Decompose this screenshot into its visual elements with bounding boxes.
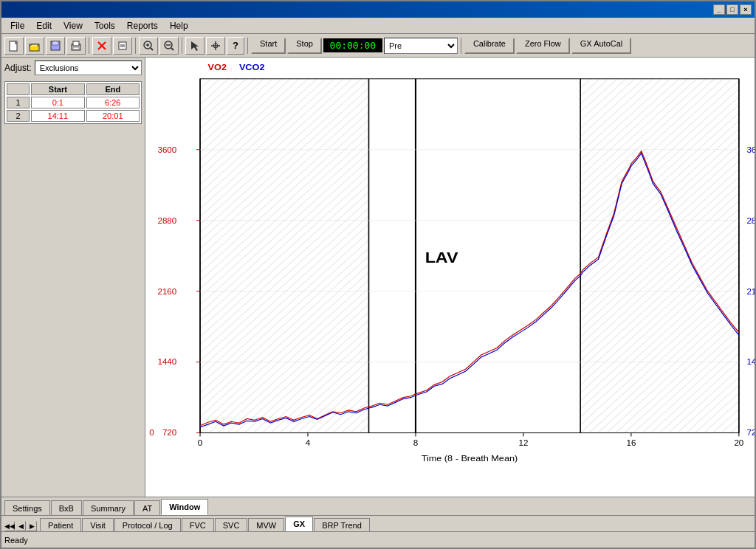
sep4: [247, 38, 248, 54]
menu-view[interactable]: View: [58, 19, 89, 32]
svg-text:Time (8 - Breath Mean): Time (8 - Breath Mean): [422, 454, 518, 463]
select-button[interactable]: [185, 37, 205, 55]
svg-text:2880: 2880: [746, 216, 755, 224]
main-content: Adjust: Exclusions Start End 1 0:1 6:26 …: [1, 58, 755, 497]
minimize-button[interactable]: _: [713, 4, 725, 15]
nav-first-button[interactable]: ◀◀: [4, 521, 15, 531]
delete-button[interactable]: [92, 37, 111, 55]
menu-reports[interactable]: Reports: [121, 19, 164, 32]
maximize-button[interactable]: □: [726, 4, 738, 15]
phase-select[interactable]: Pre Post Exercise: [384, 38, 458, 54]
svg-text:VCO2: VCO2: [239, 63, 265, 72]
toolbar: ? Start Stop 00:00:00 Pre Post Exercise …: [1, 34, 755, 58]
timer-display: 00:00:00: [323, 38, 382, 52]
svg-text:0: 0: [149, 429, 154, 437]
menu-file[interactable]: File: [4, 19, 30, 32]
menu-bar: File Edit View Tools Reports Help: [1, 18, 755, 34]
svg-rect-26: [580, 79, 739, 433]
tab-settings[interactable]: Settings: [4, 500, 50, 515]
nav-arrows: ◀◀ ◀ ▶: [4, 521, 37, 531]
sep2: [135, 38, 136, 54]
adjust-label: Adjust:: [4, 63, 32, 73]
row-num: 1: [7, 97, 30, 108]
menu-edit[interactable]: Edit: [30, 19, 58, 32]
edit-button[interactable]: [113, 37, 132, 55]
status-text: Ready: [4, 536, 28, 545]
svg-line-17: [171, 48, 173, 50]
col-start-header: Start: [31, 83, 84, 95]
svg-marker-19: [191, 41, 199, 51]
zoom-out-button[interactable]: [159, 37, 179, 55]
status-bar: Ready: [1, 531, 755, 548]
tab-mvw[interactable]: MVW: [248, 518, 284, 531]
close-button[interactable]: ×: [740, 4, 752, 15]
crosshair-button[interactable]: [206, 37, 225, 55]
tab-bxb[interactable]: BxB: [51, 500, 82, 515]
tab-protocol-log[interactable]: Protocol / Log: [114, 518, 181, 531]
svg-rect-6: [73, 47, 79, 49]
svg-text:720: 720: [162, 429, 176, 437]
svg-rect-9: [119, 42, 126, 49]
tab-patient[interactable]: Patient: [40, 518, 81, 531]
svg-text:4: 4: [306, 438, 310, 446]
tab-brp-trend[interactable]: BRP Trend: [314, 518, 370, 531]
menu-tools[interactable]: Tools: [89, 19, 121, 32]
table-row: 2 14:11 20:01: [7, 110, 140, 122]
svg-text:1440: 1440: [746, 358, 755, 366]
svg-text:2880: 2880: [157, 216, 176, 224]
adjust-row: Adjust: Exclusions: [4, 61, 142, 75]
adjust-select[interactable]: Exclusions: [35, 61, 142, 75]
calibrate-button[interactable]: Calibrate: [464, 38, 515, 54]
title-bar-controls: _ □ ×: [713, 4, 752, 15]
sep1: [89, 38, 89, 54]
print-button[interactable]: [66, 37, 86, 55]
sep3: [182, 38, 182, 54]
tab-svc[interactable]: SVC: [215, 518, 248, 531]
menu-help[interactable]: Help: [164, 19, 194, 32]
tab-gx[interactable]: GX: [285, 517, 313, 531]
tab-visit[interactable]: Visit: [82, 518, 114, 531]
tab-at[interactable]: AT: [134, 500, 160, 515]
zero-flow-button[interactable]: Zero Flow: [516, 38, 570, 54]
table-row: 1 0:1 6:26: [7, 97, 140, 108]
gx-autocal-button[interactable]: GX AutoCal: [571, 38, 631, 54]
svg-text:12: 12: [518, 438, 528, 446]
svg-text:3600: 3600: [157, 145, 176, 153]
svg-text:0: 0: [198, 438, 202, 446]
svg-rect-3: [52, 41, 58, 45]
svg-text:1440: 1440: [157, 358, 176, 366]
svg-rect-5: [73, 41, 79, 46]
sep5: [461, 38, 461, 54]
svg-text:2160: 2160: [746, 287, 755, 295]
nav-prev-button[interactable]: ◀: [16, 521, 26, 531]
help-button[interactable]: ?: [227, 37, 244, 55]
title-bar: _ □ ×: [1, 1, 755, 18]
tab-fvc[interactable]: FVC: [182, 518, 214, 531]
svg-text:VO2: VO2: [208, 63, 227, 72]
row-end: 6:26: [86, 97, 140, 108]
tab-window[interactable]: Window: [161, 499, 208, 515]
start-button[interactable]: Start: [251, 38, 286, 54]
open-button[interactable]: [25, 37, 44, 55]
row-start: 14:11: [31, 110, 84, 122]
tab-row-2: ◀◀ ◀ ▶ Patient Visit Protocol / Log FVC …: [1, 515, 755, 531]
tab-summary[interactable]: Summary: [83, 500, 134, 515]
svg-text:720: 720: [746, 429, 755, 437]
svg-text:LAV: LAV: [425, 249, 458, 266]
svg-text:20: 20: [734, 438, 743, 446]
svg-text:8: 8: [413, 438, 418, 446]
new-button[interactable]: [4, 37, 24, 55]
svg-rect-25: [200, 79, 368, 433]
left-panel: Adjust: Exclusions Start End 1 0:1 6:26 …: [1, 58, 145, 497]
row-start: 0:1: [31, 97, 84, 108]
col-end-header: End: [86, 83, 140, 95]
nav-next-button[interactable]: ▶: [27, 521, 37, 531]
save-button[interactable]: [46, 37, 65, 55]
row-num: 2: [7, 110, 30, 122]
tab-row-1: Settings BxB Summary AT Window: [1, 497, 755, 515]
stop-button[interactable]: Stop: [287, 38, 322, 54]
window-frame: _ □ × File Edit View Tools Reports Help: [0, 0, 756, 549]
chart-svg: LAV 720 1440 2160 2880 3600 0: [145, 58, 755, 497]
svg-line-13: [151, 48, 153, 50]
zoom-button[interactable]: [139, 37, 158, 55]
